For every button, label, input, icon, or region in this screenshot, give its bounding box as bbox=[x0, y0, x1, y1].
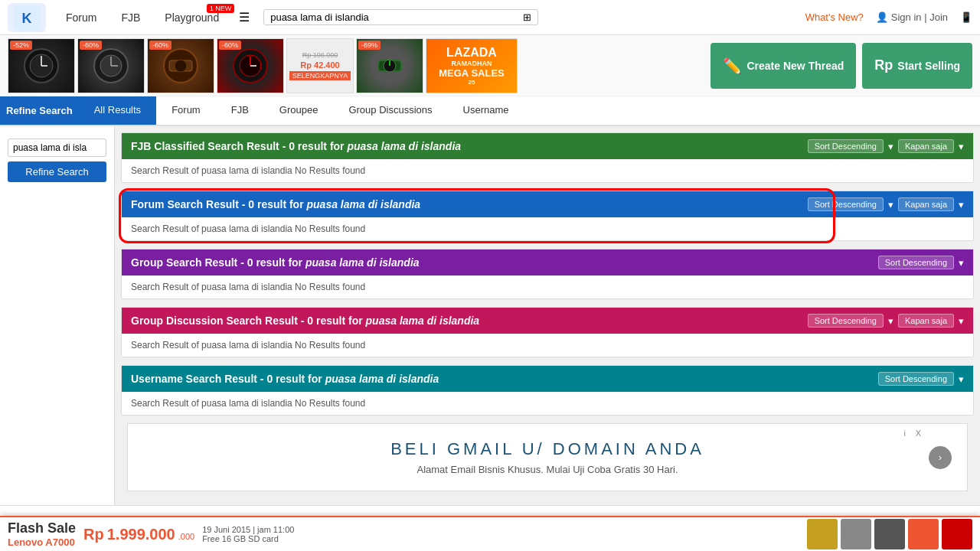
banner-item-4[interactable]: -60% bbox=[217, 38, 284, 93]
group-result-title: Group Search Result - 0 result for puasa… bbox=[131, 256, 420, 269]
fjb-filter-button[interactable]: Kapan saja bbox=[898, 139, 954, 153]
group-disc-sort-button[interactable]: Sort Descending bbox=[808, 314, 884, 328]
svg-text:K: K bbox=[22, 11, 32, 26]
create-thread-label: Create New Thread bbox=[746, 60, 844, 72]
group-result-body: Search Result of puasa lama di islandia … bbox=[122, 276, 973, 298]
ad-arrow-button[interactable]: › bbox=[929, 446, 952, 469]
group-result-header: Group Search Result - 0 result for puasa… bbox=[122, 249, 973, 276]
username-sort-button[interactable]: Sort Descending bbox=[878, 372, 954, 386]
refine-search-button[interactable]: Refine Search bbox=[8, 161, 106, 182]
flash-promo: Free 16 GB SD card bbox=[202, 534, 294, 543]
username-result-section: Username Search Result - 0 result for pu… bbox=[121, 365, 974, 416]
tab-group-discussions[interactable]: Group Discussions bbox=[333, 96, 447, 125]
new-badge: 1 NEW bbox=[207, 4, 235, 13]
price-old: Rp 106.000 bbox=[302, 51, 338, 59]
forum-controls: Sort Descending ▾ Kapan saja ▾ bbox=[808, 197, 964, 211]
search-input[interactable] bbox=[270, 11, 520, 23]
create-thread-button[interactable]: ✏️ Create New Thread bbox=[710, 43, 856, 89]
flash-sale-images bbox=[807, 519, 972, 549]
banner-item-2[interactable]: -60% bbox=[77, 38, 145, 93]
forum-sort-arrow: ▾ bbox=[888, 199, 893, 210]
group-sort-button[interactable]: Sort Descending bbox=[878, 256, 954, 269]
tab-username[interactable]: Username bbox=[448, 96, 524, 125]
sign-in-link[interactable]: 👤 Sign in | Join bbox=[876, 11, 948, 23]
group-disc-controls: Sort Descending ▾ Kapan saja ▾ bbox=[808, 314, 964, 328]
group-disc-result-prefix: - 0 result for bbox=[301, 315, 366, 327]
forum-filter-button[interactable]: Kapan saja bbox=[898, 197, 954, 211]
forum-result-query: puasa lama di islandia bbox=[307, 198, 421, 210]
selengkapnya: SELENGKAPNYA bbox=[289, 71, 351, 80]
header-right: What's New? 👤 Sign in | Join 📱 bbox=[805, 11, 972, 23]
ad-close-button[interactable]: X bbox=[916, 429, 921, 438]
sidebar-search-input[interactable] bbox=[8, 139, 106, 157]
start-selling-button[interactable]: Rp Start Selling bbox=[862, 43, 972, 89]
group-result-query: puasa lama di islandia bbox=[305, 256, 420, 269]
fjb-result-section: FJB Classified Search Result - 0 result … bbox=[121, 132, 974, 183]
banner-actions-row: -52% -60% -60% -60% Rp 106.000 bbox=[0, 35, 980, 96]
username-result-prefix: - 0 result for bbox=[260, 373, 325, 385]
group-disc-result-body: Search Result of puasa lama di islandia … bbox=[122, 334, 973, 357]
flash-img-1 bbox=[807, 519, 838, 549]
nav-playground[interactable]: Playground 1 NEW bbox=[152, 7, 231, 28]
flash-sale-bar: Flash Sale Lenovo A7000 Rp 1.999.000 .00… bbox=[0, 516, 980, 551]
fjb-result-query: puasa lama di islandia bbox=[347, 140, 461, 152]
menu-icon[interactable]: ☰ bbox=[231, 5, 257, 29]
refine-search-sidebar-tab: Refine Search bbox=[0, 96, 79, 125]
group-result-prefix: - 0 result for bbox=[240, 256, 305, 269]
mobile-icon[interactable]: 📱 bbox=[960, 11, 972, 23]
username-result-title: Username Search Result - 0 result for pu… bbox=[131, 373, 439, 385]
logo[interactable]: K bbox=[8, 3, 46, 32]
forum-result-title: Forum Search Result - 0 result for puasa… bbox=[131, 198, 420, 210]
ad-banner: i X BELI GMAIL U/ DOMAIN ANDA Alamat Ema… bbox=[127, 423, 968, 491]
group-disc-result-query: puasa lama di islandia bbox=[366, 315, 480, 327]
group-sort-arrow: ▾ bbox=[959, 257, 964, 269]
create-icon: ✏️ bbox=[723, 57, 742, 75]
banner-item-6[interactable]: -69% bbox=[356, 38, 423, 93]
content-area: Refine Search FJB Classified Search Resu… bbox=[0, 126, 980, 505]
flash-sale-currency: Rp bbox=[83, 526, 104, 543]
group-discussion-result-section: Group Discussion Search Result - 0 resul… bbox=[121, 307, 974, 357]
banner-item-1[interactable]: -52% bbox=[8, 38, 75, 93]
banner-item-3[interactable]: -60% bbox=[147, 38, 214, 93]
tab-all-results[interactable]: All Results bbox=[79, 96, 156, 125]
lazada-banner[interactable]: LAZADA RAMADHAN MEGA SALES 25 bbox=[426, 38, 518, 93]
flash-sale-name: Flash Sale bbox=[8, 520, 76, 536]
forum-sort-button[interactable]: Sort Descending bbox=[808, 197, 884, 211]
search-button[interactable]: ⊞ bbox=[523, 11, 531, 23]
price-new: Rp 42.400 bbox=[300, 60, 339, 70]
whats-new-link[interactable]: What's New? bbox=[805, 11, 864, 23]
nav-forum[interactable]: Forum bbox=[54, 7, 109, 28]
forum-result-body: Search Result of puasa lama di islandia … bbox=[122, 217, 973, 240]
sign-in-text[interactable]: Sign in | Join bbox=[891, 11, 948, 23]
flash-sale-price-wrap: Rp 1.999.000 .000 bbox=[83, 526, 194, 543]
username-result-query: puasa lama di islandia bbox=[325, 373, 439, 385]
ad-subtitle: Alamat Email Bisnis Khusus. Mulai Uji Co… bbox=[143, 464, 952, 475]
fjb-result-title: FJB Classified Search Result - 0 result … bbox=[131, 140, 461, 152]
discount-badge-1: -52% bbox=[10, 41, 32, 50]
username-result-body: Search Result of puasa lama di islandia … bbox=[122, 392, 973, 415]
discount-badge-2: -60% bbox=[80, 41, 102, 50]
fjb-sort-button[interactable]: Sort Descending bbox=[808, 139, 884, 153]
refine-tab-label: Refine Search bbox=[6, 105, 73, 116]
group-disc-filter-button[interactable]: Kapan saja bbox=[898, 314, 954, 328]
fjb-result-prefix: - 0 result for bbox=[283, 140, 348, 152]
forum-result-section: Forum Search Result - 0 result for puasa… bbox=[121, 191, 974, 241]
banner-item-5[interactable]: Rp 106.000 Rp 42.400 SELENGKAPNYA bbox=[286, 38, 354, 93]
flash-img-5 bbox=[942, 519, 972, 549]
fjb-result-header: FJB Classified Search Result - 0 result … bbox=[122, 133, 973, 159]
lazada-content: LAZADA RAMADHAN MEGA SALES 25 bbox=[439, 46, 504, 86]
nav-fjb[interactable]: FJB bbox=[109, 7, 152, 28]
tab-groupee[interactable]: Groupee bbox=[264, 96, 334, 125]
search-box: ⊞ bbox=[263, 9, 538, 25]
playground-label: Playground bbox=[165, 11, 219, 24]
group-disc-filter-arrow: ▾ bbox=[959, 315, 964, 327]
flash-img-4 bbox=[908, 519, 939, 549]
username-result-header: Username Search Result - 0 result for pu… bbox=[122, 366, 973, 392]
fjb-sort-arrow: ▾ bbox=[888, 141, 893, 152]
tab-forum[interactable]: Forum bbox=[156, 96, 216, 125]
fjb-controls: Sort Descending ▾ Kapan saja ▾ bbox=[808, 139, 964, 153]
ad-info-icon[interactable]: i bbox=[904, 429, 906, 438]
main-results: FJB Classified Search Result - 0 result … bbox=[115, 126, 980, 505]
sell-icon: Rp bbox=[874, 57, 893, 73]
tab-fjb[interactable]: FJB bbox=[216, 96, 264, 125]
